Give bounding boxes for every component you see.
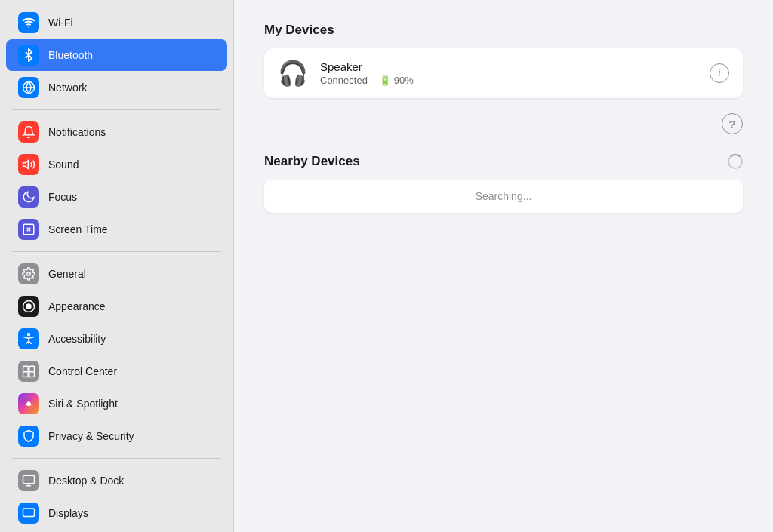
sound-icon — [18, 154, 39, 175]
sidebar-item-focus[interactable]: Focus — [6, 181, 227, 213]
svg-rect-11 — [23, 372, 29, 377]
sidebar-item-label-controlcenter: Control Center — [48, 365, 117, 377]
screentime-icon — [18, 219, 39, 240]
svg-point-0 — [28, 26, 29, 28]
battery-level: 90% — [394, 75, 414, 86]
sidebar-item-sound[interactable]: Sound — [6, 149, 227, 180]
device-name: Speaker — [320, 60, 698, 73]
help-row: ? — [264, 113, 743, 146]
nearby-devices-header: Nearby Devices — [264, 154, 743, 169]
sidebar-item-label-wifi: Wi-Fi — [48, 17, 73, 29]
svg-point-5 — [27, 272, 31, 276]
focus-icon — [18, 186, 39, 208]
searching-text: Searching... — [476, 190, 532, 202]
battery-icon: 🔋 — [379, 75, 391, 86]
searching-box: Searching... — [264, 180, 743, 213]
sidebar-item-label-desktop: Desktop & Dock — [48, 475, 124, 487]
sidebar-item-label-notifications: Notifications — [48, 126, 106, 138]
searching-spinner — [728, 154, 743, 169]
controlcenter-icon — [18, 361, 39, 382]
sidebar-item-wifi[interactable]: Wi-Fi — [6, 7, 227, 38]
sidebar-item-privacy[interactable]: Privacy & Security — [6, 420, 227, 452]
sidebar-item-screentime[interactable]: Screen Time — [6, 214, 227, 245]
sidebar-item-siri[interactable]: Siri & Spotlight — [6, 388, 227, 420]
sidebar-item-label-appearance: Appearance — [48, 300, 106, 312]
svg-rect-17 — [23, 509, 35, 517]
appearance-icon — [18, 296, 39, 317]
help-button[interactable]: ? — [722, 113, 743, 134]
svg-point-18 — [28, 516, 29, 518]
svg-marker-3 — [23, 161, 29, 169]
device-info-button[interactable]: i — [710, 63, 729, 83]
sidebar-divider — [12, 109, 221, 110]
sidebar-item-displays[interactable]: Displays — [6, 497, 227, 529]
sidebar-item-network[interactable]: Network — [6, 72, 227, 103]
svg-rect-9 — [23, 366, 29, 371]
sidebar-item-desktop[interactable]: Desktop & Dock — [6, 465, 227, 497]
device-info: Speaker Connected – 🔋 90% — [320, 60, 698, 86]
bluetooth-icon — [18, 45, 39, 66]
notifications-icon — [18, 121, 39, 143]
sidebar-item-label-siri: Siri & Spotlight — [48, 398, 118, 410]
desktop-icon — [18, 470, 39, 491]
sidebar-item-controlcenter[interactable]: Control Center — [6, 355, 227, 387]
sidebar-item-notifications[interactable]: Notifications — [6, 116, 227, 148]
svg-point-7 — [26, 304, 31, 309]
sidebar-item-label-focus: Focus — [48, 191, 77, 203]
connected-label: Connected – — [320, 75, 376, 86]
device-card: 🎧 Speaker Connected – 🔋 90% i — [264, 48, 743, 98]
main-content: My Devices 🎧 Speaker Connected – 🔋 90% i… — [234, 0, 773, 532]
sidebar-item-label-sound: Sound — [48, 158, 79, 171]
sidebar-item-label-accessibility: Accessibility — [48, 333, 106, 345]
sidebar: Wi-FiBluetoothNetworkNotificationsSoundF… — [0, 0, 234, 532]
sidebar-item-bluetooth[interactable]: Bluetooth — [6, 39, 227, 71]
network-icon — [18, 77, 39, 98]
sidebar-item-general[interactable]: General — [6, 258, 227, 290]
sidebar-item-label-bluetooth: Bluetooth — [48, 49, 93, 61]
general-icon — [18, 263, 39, 284]
svg-point-8 — [28, 334, 30, 336]
sidebar-divider — [12, 458, 221, 459]
headphones-icon: 🎧 — [278, 59, 308, 88]
svg-rect-12 — [29, 372, 35, 377]
sidebar-item-label-network: Network — [48, 81, 87, 94]
siri-icon — [18, 393, 39, 414]
my-devices-title: My Devices — [264, 23, 743, 38]
displays-icon — [18, 503, 39, 524]
sidebar-item-label-general: General — [48, 268, 86, 280]
privacy-icon — [18, 426, 39, 447]
sidebar-item-accessibility[interactable]: Accessibility — [6, 323, 227, 355]
device-status: Connected – 🔋 90% — [320, 75, 698, 86]
sidebar-item-label-screentime: Screen Time — [48, 223, 108, 235]
sidebar-item-label-displays: Displays — [48, 507, 88, 519]
sidebar-item-appearance[interactable]: Appearance — [6, 291, 227, 322]
svg-rect-14 — [23, 475, 35, 484]
svg-rect-10 — [29, 366, 35, 371]
sidebar-divider — [12, 251, 221, 252]
sidebar-item-label-privacy: Privacy & Security — [48, 430, 134, 442]
accessibility-icon — [18, 328, 39, 349]
nearby-devices-title: Nearby Devices — [264, 154, 360, 169]
wifi-icon — [18, 12, 39, 33]
